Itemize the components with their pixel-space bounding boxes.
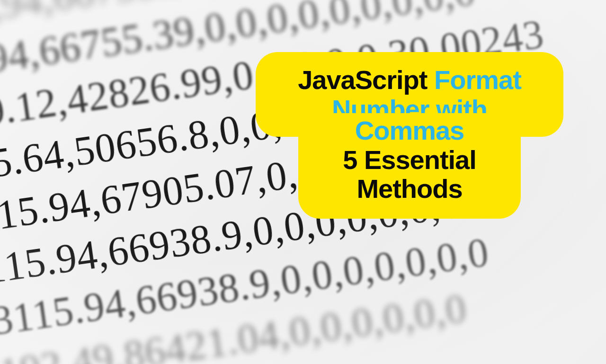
badge-bottom: Commas 5 Essential Methods (298, 113, 521, 219)
title-word-javascript: JavaScript (298, 65, 427, 95)
title-line-3: Commas (316, 116, 503, 145)
title-word-format: Format (434, 65, 521, 95)
title-line-5: Methods (316, 174, 503, 204)
title-line-1: JavaScript Format (276, 65, 544, 95)
title-badge: JavaScript Format Number with Commas 5 E… (256, 52, 563, 219)
title-line-4: 5 Essential (316, 145, 503, 175)
